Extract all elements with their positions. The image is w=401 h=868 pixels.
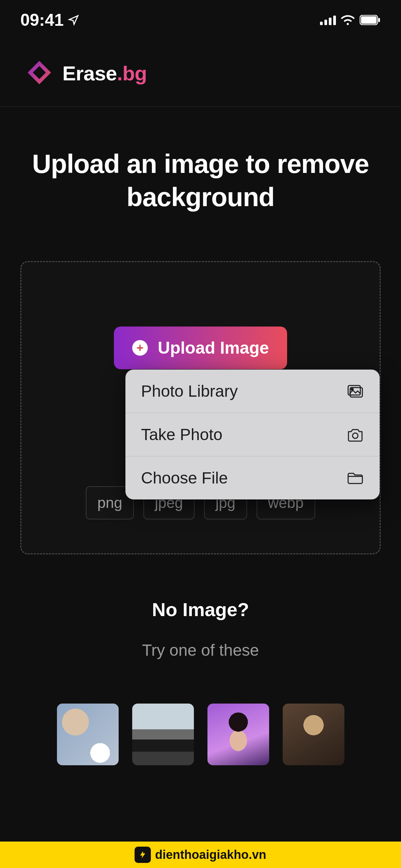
folder-icon: [346, 469, 364, 487]
battery-icon: [360, 15, 381, 25]
sample-image[interactable]: [207, 704, 269, 765]
cellular-signal-icon: [320, 15, 336, 25]
brand-name-a: Erase: [62, 62, 117, 85]
menu-item-label: Choose File: [141, 469, 228, 487]
status-time: 09:41: [20, 10, 64, 30]
photos-icon: [346, 382, 364, 400]
upload-image-button[interactable]: Upload Image: [114, 327, 287, 369]
menu-item-label: Photo Library: [141, 382, 238, 400]
menu-item-photo-library[interactable]: Photo Library: [125, 370, 380, 413]
app-logo-icon: [24, 57, 55, 90]
footer-banner[interactable]: dienthoaigiakho.vn: [0, 842, 401, 868]
upload-source-menu: Photo Library Take Photo Choose File: [125, 370, 380, 499]
status-indicators: [320, 15, 381, 25]
svg-rect-2: [378, 18, 380, 22]
upload-button-label: Upload Image: [158, 338, 269, 358]
brand-name-b: .bg: [117, 62, 147, 85]
plus-icon: [132, 340, 148, 356]
sample-image[interactable]: [57, 704, 119, 765]
page-headline: Upload an image to remove background: [20, 147, 381, 214]
sample-image[interactable]: [283, 704, 344, 765]
app-title: Erase.bg: [62, 62, 147, 85]
no-image-section: No Image? Try one of these: [20, 598, 381, 765]
sample-image[interactable]: [132, 704, 194, 765]
sample-images-row: [20, 704, 381, 765]
no-image-subtitle: Try one of these: [20, 641, 381, 659]
footer-logo-icon: [135, 847, 151, 863]
svg-point-6: [353, 433, 358, 438]
camera-icon: [346, 426, 364, 443]
menu-item-choose-file[interactable]: Choose File: [125, 456, 380, 499]
menu-item-take-photo[interactable]: Take Photo: [125, 413, 380, 456]
no-image-title: No Image?: [20, 598, 381, 620]
footer-text: dienthoaigiakho.vn: [155, 848, 266, 862]
menu-item-label: Take Photo: [141, 425, 222, 444]
status-bar: 09:41: [0, 0, 401, 37]
svg-rect-1: [361, 16, 377, 24]
app-header: Erase.bg: [0, 37, 401, 107]
wifi-icon: [341, 15, 355, 25]
status-time-group: 09:41: [20, 10, 79, 30]
location-icon: [68, 14, 79, 26]
